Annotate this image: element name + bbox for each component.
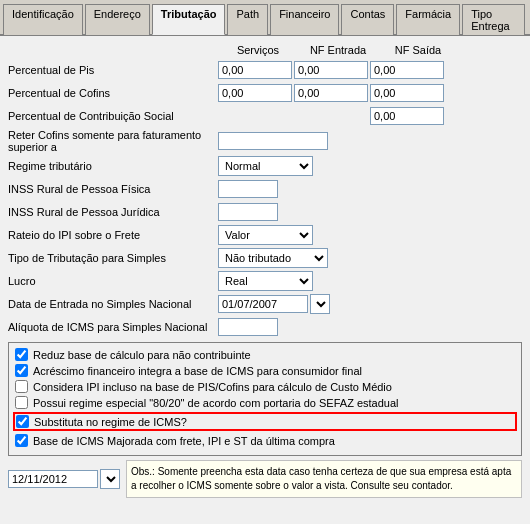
inss-fisica-input[interactable] <box>218 180 278 198</box>
percentual-cofins-row: Percentual de Cofins <box>8 83 522 103</box>
contribuicao-label: Percentual de Contribuição Social <box>8 110 218 122</box>
percentual-cofins-fields <box>218 84 444 102</box>
pis-nf-entrada-input[interactable] <box>294 61 368 79</box>
column-headers: Serviços NF Entrada NF Saída <box>8 42 522 58</box>
substituta-icms-checkbox[interactable] <box>16 415 29 428</box>
pis-nf-saida-input[interactable] <box>370 61 444 79</box>
checkbox-possui-regime: Possui regime especial "80/20" de acordo… <box>15 396 515 409</box>
rateio-ipi-select[interactable]: Valor Quantidade Nenhum <box>218 225 313 245</box>
data-entrada-label: Data de Entrada no Simples Nacional <box>8 298 218 310</box>
considera-ipi-checkbox[interactable] <box>15 380 28 393</box>
tab-bar: IdentificaçãoEndereçoTributaçãoPathFinan… <box>0 0 530 36</box>
regime-label: Regime tributário <box>8 160 218 172</box>
rateio-ipi-row: Rateio do IPI sobre o Frete Valor Quanti… <box>8 225 522 245</box>
data-entrada-input[interactable] <box>218 295 308 313</box>
tab-tributacao[interactable]: Tributação <box>152 4 226 35</box>
cofins-nf-saida-input[interactable] <box>370 84 444 102</box>
bottom-date-input[interactable] <box>8 470 98 488</box>
checkbox-base-icms-majorada: Base de ICMS Majorada com frete, IPI e S… <box>15 434 515 447</box>
reter-cofins-row: Reter Cofins somente para faturamento su… <box>8 129 522 153</box>
checkbox-substituta-icms: Substituta no regime de ICMS? <box>13 412 517 431</box>
regime-select[interactable]: Normal Simples Nacional Lucro Presumido <box>218 156 313 176</box>
acrescimo-checkbox[interactable] <box>15 364 28 377</box>
bottom-date-select[interactable] <box>100 469 120 489</box>
tipo-tributacao-row: Tipo de Tributação para Simples Não trib… <box>8 248 522 268</box>
considera-ipi-label: Considera IPI incluso na base de PIS/Cof… <box>33 381 392 393</box>
inss-fisica-row: INSS Rural de Pessoa Física <box>8 179 522 199</box>
pis-servicos-input[interactable] <box>218 61 292 79</box>
tipo-tributacao-select[interactable]: Não tributado Tributado Isento <box>218 248 328 268</box>
col-header-servicos: Serviços <box>218 42 298 58</box>
contribuicao-nf-saida-input[interactable] <box>370 107 444 125</box>
inss-juridica-row: INSS Rural de Pessoa Jurídica <box>8 202 522 222</box>
contribuicao-row: Percentual de Contribuição Social <box>8 106 522 126</box>
reter-cofins-input[interactable] <box>218 132 328 150</box>
aliquota-input[interactable] <box>218 318 278 336</box>
percentual-pis-fields <box>218 61 444 79</box>
tab-tipo_entrega[interactable]: Tipo Entrega <box>462 4 525 35</box>
main-content: Serviços NF Entrada NF Saída Percentual … <box>0 36 530 524</box>
inss-juridica-label: INSS Rural de Pessoa Jurídica <box>8 206 218 218</box>
obs-text-box: Obs.: Somente preencha esta data caso te… <box>126 460 522 498</box>
tab-endereco[interactable]: Endereço <box>85 4 150 35</box>
date-picker-bottom <box>8 460 120 498</box>
contribuicao-fields <box>218 107 444 125</box>
reduz-base-label: Reduz base de cálculo para não contribui… <box>33 349 251 361</box>
base-icms-majorada-checkbox[interactable] <box>15 434 28 447</box>
reduz-base-checkbox[interactable] <box>15 348 28 361</box>
tipo-tributacao-label: Tipo de Tributação para Simples <box>8 252 218 264</box>
tab-contas[interactable]: Contas <box>341 4 394 35</box>
regime-row: Regime tributário Normal Simples Naciona… <box>8 156 522 176</box>
acrescimo-label: Acréscimo financeiro integra a base de I… <box>33 365 362 377</box>
percentual-pis-label: Percentual de Pis <box>8 64 218 76</box>
cofins-nf-entrada-input[interactable] <box>294 84 368 102</box>
percentual-pis-row: Percentual de Pis <box>8 60 522 80</box>
reter-cofins-label: Reter Cofins somente para faturamento su… <box>8 129 218 153</box>
rateio-ipi-label: Rateio do IPI sobre o Frete <box>8 229 218 241</box>
lucro-label: Lucro <box>8 275 218 287</box>
percentual-cofins-label: Percentual de Cofins <box>8 87 218 99</box>
lucro-row: Lucro Real Presumido Arbitrado <box>8 271 522 291</box>
inss-juridica-input[interactable] <box>218 203 278 221</box>
tab-path[interactable]: Path <box>227 4 268 35</box>
substituta-icms-label: Substituta no regime de ICMS? <box>34 416 187 428</box>
col-header-nf-saida: NF Saída <box>378 42 458 58</box>
tab-identificacao[interactable]: Identificação <box>3 4 83 35</box>
checkbox-considera-ipi: Considera IPI incluso na base de PIS/Cof… <box>15 380 515 393</box>
col-header-nf-entrada: NF Entrada <box>298 42 378 58</box>
checkbox-reduz-base: Reduz base de cálculo para não contribui… <box>15 348 515 361</box>
aliquota-row: Alíquota de ICMS para Simples Nacional <box>8 317 522 337</box>
cofins-servicos-input[interactable] <box>218 84 292 102</box>
base-icms-majorada-label: Base de ICMS Majorada com frete, IPI e S… <box>33 435 335 447</box>
checkbox-acrescimo: Acréscimo financeiro integra a base de I… <box>15 364 515 377</box>
inss-fisica-label: INSS Rural de Pessoa Física <box>8 183 218 195</box>
checkbox-section: Reduz base de cálculo para não contribui… <box>8 342 522 456</box>
aliquota-label: Alíquota de ICMS para Simples Nacional <box>8 321 218 333</box>
lucro-select[interactable]: Real Presumido Arbitrado <box>218 271 313 291</box>
tab-farmacia[interactable]: Farmácia <box>396 4 460 35</box>
tab-financeiro[interactable]: Financeiro <box>270 4 339 35</box>
bottom-section: Obs.: Somente preencha esta data caso te… <box>8 460 522 498</box>
data-entrada-select[interactable] <box>310 294 330 314</box>
data-entrada-row: Data de Entrada no Simples Nacional <box>8 294 522 314</box>
possui-regime-checkbox[interactable] <box>15 396 28 409</box>
possui-regime-label: Possui regime especial "80/20" de acordo… <box>33 397 399 409</box>
